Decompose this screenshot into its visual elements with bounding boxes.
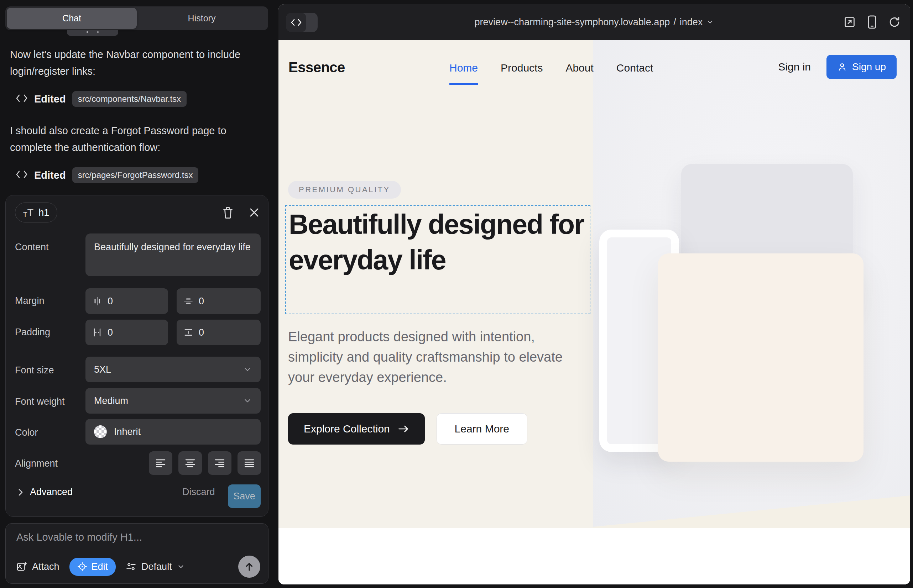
chat-input-box: Attach Edit Default	[5, 523, 269, 584]
padding-horizontal-icon	[92, 328, 102, 337]
padding-label: Padding	[15, 327, 50, 338]
advanced-toggle[interactable]: Advanced	[17, 486, 73, 498]
margin-vertical-field[interactable]	[176, 288, 261, 314]
preview-pane: preview--charming-site-symphony.lovable.…	[278, 4, 910, 585]
color-select[interactable]: Inherit	[86, 419, 261, 444]
learn-more-button[interactable]: Learn More	[437, 413, 527, 444]
site-nav-links: Home Products About Contact	[449, 62, 653, 74]
chevron-down-icon	[243, 365, 252, 374]
padding-vertical-input[interactable]	[199, 327, 234, 338]
padding-vertical-icon	[184, 328, 193, 337]
margin-vertical-input[interactable]	[199, 296, 234, 307]
align-left-button[interactable]	[149, 451, 172, 475]
chat-message: I should also create a Forgot Password p…	[10, 123, 269, 156]
tab-chat[interactable]: Chat	[7, 8, 137, 29]
margin-horizontal-field[interactable]	[86, 288, 168, 314]
color-value: Inherit	[114, 426, 252, 438]
edit-mode-button[interactable]: Edit	[70, 558, 116, 576]
color-label: Color	[15, 427, 38, 438]
open-in-new-tab-button[interactable]	[843, 16, 856, 29]
mode-label: Default	[141, 561, 172, 572]
preview-topbar: preview--charming-site-symphony.lovable.…	[278, 4, 910, 40]
edited-file-row: Edited src/components/Navbar.tsx	[10, 91, 269, 107]
discard-button[interactable]: Discard	[182, 486, 215, 498]
font-size-select[interactable]: 5XL	[86, 357, 261, 382]
user-icon	[837, 62, 847, 72]
attach-image-icon	[16, 561, 27, 572]
align-center-button[interactable]	[178, 451, 202, 475]
close-icon	[249, 207, 260, 218]
edited-label: Edited	[34, 93, 66, 105]
font-weight-label: Font weight	[15, 396, 65, 407]
nav-link-home[interactable]: Home	[449, 62, 478, 74]
hero-paragraph: Elegant products designed with intention…	[288, 327, 573, 388]
file-badge[interactable]: src/pages/ForgotPassword.tsx	[72, 167, 199, 183]
site-logo[interactable]: Essence	[288, 60, 345, 76]
open-in-new-icon	[843, 16, 856, 29]
explore-collection-button[interactable]: Explore Collection	[288, 413, 425, 444]
padding-horizontal-input[interactable]	[108, 327, 143, 338]
align-justify-button[interactable]	[238, 451, 261, 475]
alignment-label: Alignment	[15, 458, 58, 469]
mode-select[interactable]: Default	[126, 561, 185, 572]
refresh-icon	[888, 16, 901, 29]
chat-toolbar: Attach Edit Default	[16, 556, 260, 578]
margin-horizontal-input[interactable]	[108, 296, 143, 307]
delete-element-button[interactable]	[219, 203, 237, 222]
color-swatch	[94, 425, 107, 438]
font-size-value: 5XL	[94, 364, 243, 375]
arrow-right-icon	[398, 424, 409, 433]
preview-actions	[843, 4, 901, 40]
nav-link-products[interactable]: Products	[501, 62, 543, 74]
preview-path: index	[680, 17, 703, 28]
align-left-icon	[155, 457, 167, 469]
premium-quality-badge: PREMIUM QUALITY	[288, 181, 401, 199]
align-right-button[interactable]	[208, 451, 231, 475]
chevron-down-icon	[706, 18, 714, 26]
element-editor-panel: TT h1 Content Beautifully designed for e…	[5, 195, 269, 517]
attach-label: Attach	[32, 561, 60, 572]
hero-cta-row: Explore Collection Learn More	[288, 413, 527, 444]
nav-link-contact[interactable]: Contact	[617, 62, 653, 74]
sign-up-button[interactable]: Sign up	[826, 55, 897, 79]
decor-cream-card	[658, 254, 863, 462]
code-icon	[16, 170, 28, 180]
padding-horizontal-field[interactable]	[86, 320, 168, 345]
padding-vertical-field[interactable]	[176, 320, 261, 345]
code-icon	[16, 94, 28, 104]
preview-url-dropdown[interactable]: preview--charming-site-symphony.lovable.…	[278, 4, 910, 40]
content-label: Content	[15, 242, 49, 253]
hero-heading[interactable]: Beautifully designed for everyday life	[289, 207, 588, 278]
chat-input[interactable]	[16, 531, 259, 551]
chat-message: Now let's update the Navbar component to…	[10, 46, 269, 80]
margin-label: Margin	[15, 296, 45, 307]
attach-button[interactable]: Attach	[16, 561, 60, 572]
font-size-label: Font size	[15, 365, 54, 376]
align-justify-icon	[243, 457, 255, 469]
explore-collection-label: Explore Collection	[304, 423, 390, 435]
refresh-button[interactable]	[888, 16, 901, 29]
edit-label: Edit	[92, 561, 108, 572]
send-button[interactable]	[238, 556, 260, 578]
align-center-icon	[184, 457, 196, 469]
mobile-view-button[interactable]	[867, 15, 877, 29]
tab-history[interactable]: History	[137, 8, 267, 29]
chevron-down-icon	[177, 563, 185, 570]
element-tag-label: h1	[39, 207, 49, 218]
arrow-up-icon	[244, 561, 254, 572]
font-weight-select[interactable]: Medium	[86, 388, 261, 414]
save-button[interactable]: Save	[228, 485, 261, 508]
advanced-label: Advanced	[30, 486, 73, 498]
margin-horizontal-icon	[92, 297, 102, 306]
sign-up-label: Sign up	[852, 61, 886, 73]
file-badge[interactable]: src/components/Navbar.tsx	[72, 91, 186, 107]
sign-in-link[interactable]: Sign in	[778, 61, 811, 73]
site-preview: Essence Home Products About Contact Sign…	[278, 40, 910, 585]
font-weight-value: Medium	[94, 396, 243, 407]
close-editor-button[interactable]	[245, 203, 264, 222]
chat-sidebar: Chat History Now let's update the Navbar…	[0, 0, 278, 588]
nav-link-about[interactable]: About	[565, 62, 593, 74]
typography-icon: TT	[23, 207, 34, 218]
content-input[interactable]: Beautifully designed for everyday life	[86, 234, 261, 276]
site-navbar: Essence Home Products About Contact Sign…	[278, 40, 910, 97]
